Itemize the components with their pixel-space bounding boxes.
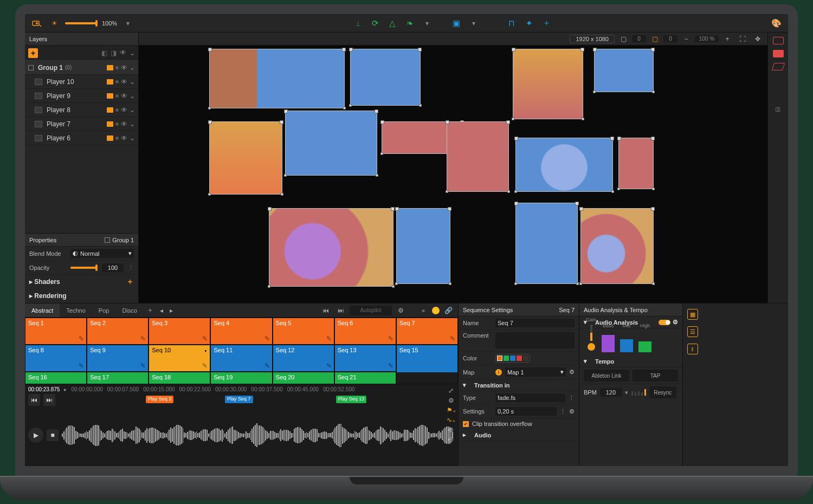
chevron-down-icon[interactable]: ⌄	[130, 92, 135, 100]
visibility-header-icon[interactable]: 👁	[120, 49, 126, 57]
edit-icon[interactable]: ✎	[202, 335, 208, 343]
seq-cell[interactable]: Seq 13✎	[334, 345, 396, 372]
canvas-viewport[interactable]	[139, 46, 767, 303]
prev-marker-button[interactable]: ⏮	[28, 394, 40, 406]
zoom-out-icon[interactable]: ⊖	[446, 435, 456, 444]
checkbox-icon[interactable]	[28, 65, 34, 70]
info-icon[interactable]: i	[495, 369, 502, 376]
toggle-on-icon[interactable]	[659, 320, 670, 325]
visibility-icon[interactable]: 👁	[121, 64, 127, 71]
chevron-down-icon[interactable]: ⌄	[130, 106, 135, 114]
bbox2-icon[interactable]: ▢	[648, 33, 661, 46]
canvas-segment[interactable]	[209, 121, 282, 195]
seq-cell[interactable]: Seq 20	[273, 372, 334, 385]
tap-button[interactable]: TAP	[633, 370, 678, 382]
stop-button[interactable]: ■	[47, 429, 59, 441]
seq-cell[interactable]: Seq 6✎	[334, 318, 396, 345]
caret-down-icon[interactable]: ▾	[463, 382, 466, 389]
leaf-icon[interactable]: ❧	[403, 17, 416, 30]
edit-icon[interactable]: ✎	[388, 362, 393, 370]
gear-icon[interactable]: ⚙	[446, 396, 456, 405]
chevron-down-icon[interactable]: ▾	[121, 17, 134, 30]
add-layer-button[interactable]: +	[28, 48, 38, 58]
color-swatch[interactable]	[523, 356, 528, 361]
gear-icon[interactable]: ⚙	[394, 304, 407, 317]
seq-cell[interactable]: Seq 4✎	[210, 318, 272, 345]
visibility-icon[interactable]: 👁	[121, 107, 127, 113]
resync-button[interactable]: Resync	[649, 386, 676, 398]
color-swatch[interactable]	[504, 356, 509, 361]
canvas-segment[interactable]	[594, 49, 654, 92]
chevron-down-icon[interactable]: ▾	[625, 389, 628, 396]
edit-icon[interactable]: ✎	[450, 335, 455, 343]
crop-icon[interactable]: ⟂	[351, 17, 364, 30]
checkbox-icon[interactable]	[105, 237, 110, 243]
stepper-icon[interactable]: ⋮	[128, 264, 134, 271]
seq-cell[interactable]: Seq 2✎	[87, 318, 149, 345]
canvas-segment[interactable]	[515, 138, 613, 192]
opacity-slider[interactable]	[70, 267, 98, 269]
magnet-icon[interactable]: ⊓	[505, 17, 518, 30]
canvas-segment[interactable]	[285, 111, 377, 176]
seq-cell[interactable]: Seq 21	[334, 372, 396, 385]
shaders-section[interactable]: ▸ Shaders ＋	[25, 275, 138, 289]
add-tab-button[interactable]: ＋	[144, 306, 157, 315]
edit-icon[interactable]: ✎	[388, 335, 393, 343]
record-indicator-icon[interactable]	[432, 307, 440, 314]
bbox-icon[interactable]: ▢	[617, 33, 630, 46]
caret-down-icon[interactable]: ▾	[584, 358, 587, 365]
skip-back-icon[interactable]: ⏮	[319, 304, 332, 317]
timeline-marker[interactable]: Play Seq 7	[225, 396, 253, 403]
timeline-marker[interactable]: Play Seq 13	[336, 396, 367, 403]
fit-icon[interactable]: ⛶	[736, 33, 749, 46]
seq-comment-input[interactable]	[495, 332, 575, 348]
zoom-value[interactable]: 100 %	[695, 35, 719, 42]
edit-icon[interactable]: ✎	[140, 362, 146, 370]
seq-map-select[interactable]: Map 1▾	[505, 367, 566, 377]
color-swatches[interactable]	[495, 354, 530, 363]
bounds-icon[interactable]: ▣	[450, 17, 463, 30]
blend-mode-select[interactable]: ◐ Normal ▾	[70, 249, 134, 258]
rendering-section[interactable]: ▸ Rendering	[25, 289, 138, 303]
expand-icon[interactable]: ⤢	[446, 386, 456, 395]
canvas-segment[interactable]	[396, 208, 450, 284]
pos-x[interactable]: 0	[632, 35, 646, 42]
canvas-segment[interactable]	[618, 138, 654, 189]
sliders-icon[interactable]: ☰	[687, 326, 698, 337]
seq-cell[interactable]: Seq 3✎	[149, 318, 210, 345]
seq-cell[interactable]: Seq 19	[210, 372, 272, 385]
record-off-icon[interactable]: ●	[417, 304, 430, 317]
seq-cell[interactable]: Seq 9✎	[87, 345, 149, 372]
triangle-icon[interactable]: △	[386, 17, 399, 30]
bpm-value[interactable]: 120	[600, 388, 622, 397]
output-outline-icon[interactable]	[773, 37, 784, 44]
chevron-down-icon[interactable]: ⌄	[130, 78, 135, 86]
canvas-segment[interactable]	[515, 203, 578, 284]
flag-add-icon[interactable]: ⚑₊	[446, 406, 456, 415]
canvas-segment[interactable]	[447, 121, 509, 192]
transition-settings-value[interactable]: 0,20 s	[495, 407, 557, 416]
rotate-icon[interactable]: ⟳	[369, 17, 382, 30]
tab-techno[interactable]: Techno	[60, 303, 92, 317]
seq-cell-empty[interactable]: Seq 15	[396, 372, 458, 385]
transition-type-value[interactable]: fade.fs	[495, 393, 565, 402]
canvas-segment[interactable]	[350, 49, 421, 106]
visibility-icon[interactable]: 👁	[121, 93, 127, 99]
edit-icon[interactable]: ✎	[140, 335, 146, 343]
next-tab-button[interactable]: ▸	[166, 307, 176, 314]
overflow-checkbox[interactable]: ✔Clip transition overflow	[459, 418, 579, 429]
canvas-segment[interactable]	[269, 208, 393, 287]
output-filled-icon[interactable]	[773, 50, 784, 57]
seq-cell[interactable]: Seq 16	[25, 372, 87, 385]
canvas-segment[interactable]	[513, 49, 583, 119]
bars-icon[interactable]: ⫴	[687, 344, 698, 354]
seq-cell[interactable]: Seq 17	[87, 372, 149, 385]
seq-cell[interactable]: Seq 11✎	[210, 345, 272, 372]
seq-cell[interactable]: Seq 1✎	[25, 318, 87, 345]
move-icon[interactable]: ✥	[751, 33, 764, 46]
edit-icon[interactable]: ✎	[326, 335, 332, 343]
edit-icon[interactable]: ✎	[264, 362, 270, 370]
canvas-dimensions[interactable]: 1920 x 1080	[570, 35, 615, 43]
chevron-down-icon[interactable]: ⌄	[130, 134, 135, 142]
zoom-in-icon[interactable]: ⊕	[446, 425, 456, 434]
